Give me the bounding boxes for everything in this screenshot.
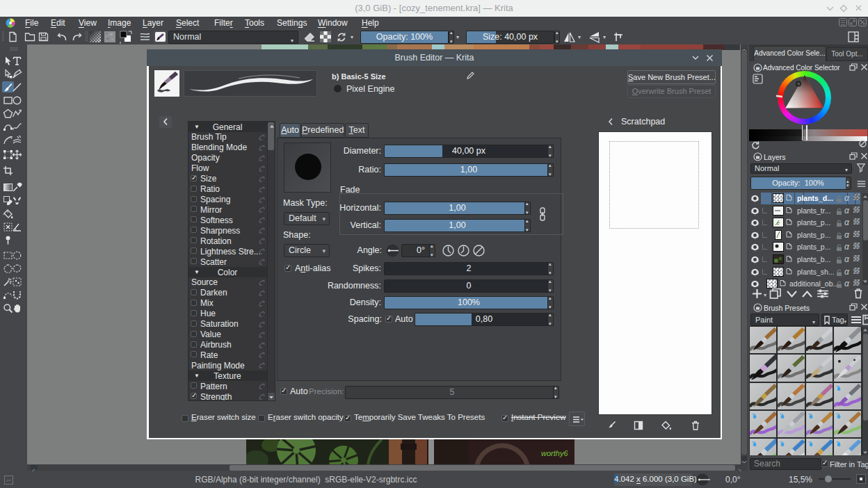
- svg-text:worthy6: worthy6: [541, 449, 568, 457]
